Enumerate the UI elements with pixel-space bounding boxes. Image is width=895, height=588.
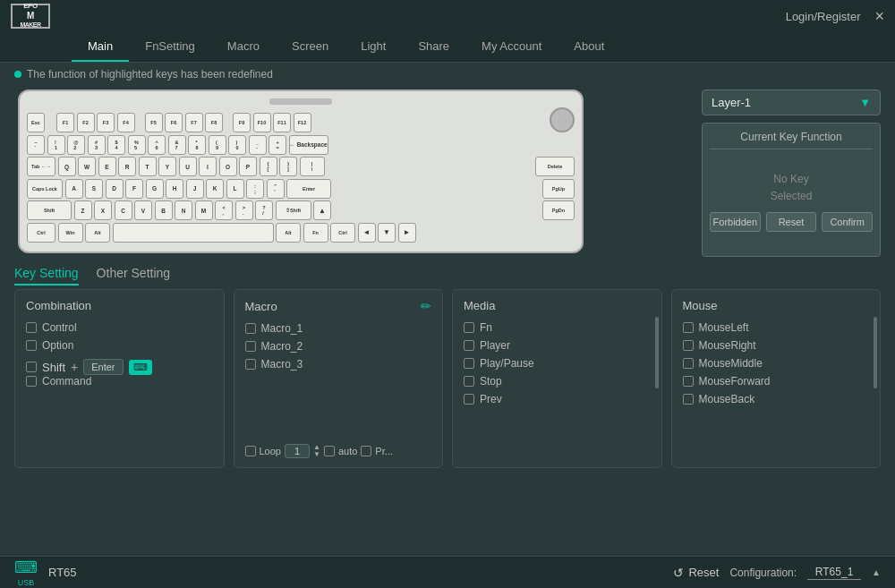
nav-item-screen[interactable]: Screen bbox=[276, 32, 345, 62]
key-x[interactable]: X bbox=[94, 200, 112, 220]
key-enter[interactable]: Enter bbox=[286, 179, 331, 199]
key-n[interactable]: N bbox=[175, 200, 192, 220]
key-9[interactable]: (9 bbox=[209, 135, 226, 155]
key-esc[interactable]: Esc bbox=[27, 113, 45, 132]
key-p[interactable]: P bbox=[239, 157, 257, 176]
key-backspace[interactable]: ← Backspace bbox=[289, 135, 328, 155]
key-d[interactable]: D bbox=[106, 179, 124, 199]
key-down[interactable]: ▼ bbox=[378, 223, 396, 243]
key-win[interactable]: Win bbox=[58, 223, 83, 243]
key-f11[interactable]: F11 bbox=[273, 113, 291, 132]
key-ctrl-left[interactable]: Ctrl bbox=[27, 223, 55, 243]
macro2-checkbox[interactable] bbox=[245, 341, 256, 352]
key-alt-right[interactable]: Alt bbox=[276, 223, 301, 243]
key-f5[interactable]: F5 bbox=[145, 113, 163, 132]
key-right[interactable]: ► bbox=[398, 223, 416, 243]
close-button[interactable]: × bbox=[874, 8, 884, 24]
key-z[interactable]: Z bbox=[74, 200, 92, 220]
key-w[interactable]: W bbox=[78, 157, 96, 176]
key-f7[interactable]: F7 bbox=[185, 113, 203, 132]
macro3-checkbox[interactable] bbox=[245, 359, 256, 370]
key-f12[interactable]: F12 bbox=[294, 113, 311, 132]
pr-checkbox[interactable] bbox=[361, 446, 371, 456]
key-j[interactable]: J bbox=[186, 179, 204, 199]
spin-down[interactable]: ▼ bbox=[313, 451, 320, 458]
media-fn-checkbox[interactable] bbox=[464, 322, 474, 333]
auto-checkbox[interactable] bbox=[324, 446, 335, 456]
macro1-checkbox[interactable] bbox=[245, 323, 256, 334]
reset-key-button[interactable]: Reset bbox=[766, 212, 817, 232]
key-2[interactable]: @2 bbox=[67, 135, 85, 155]
key-fn[interactable]: Fn bbox=[303, 223, 328, 243]
key-4[interactable]: $4 bbox=[107, 135, 125, 155]
key-tab[interactable]: Tab ←→ bbox=[27, 157, 55, 176]
key-q[interactable]: Q bbox=[58, 157, 76, 176]
media-stop-checkbox[interactable] bbox=[464, 376, 474, 387]
key-m[interactable]: M bbox=[195, 200, 213, 220]
key-f6[interactable]: F6 bbox=[165, 113, 183, 132]
key-f10[interactable]: F10 bbox=[253, 113, 271, 132]
key-f8[interactable]: F8 bbox=[205, 113, 223, 132]
nav-item-myaccount[interactable]: My Account bbox=[465, 32, 558, 62]
key-h[interactable]: H bbox=[166, 179, 183, 199]
key-space[interactable] bbox=[113, 223, 274, 243]
option-checkbox[interactable] bbox=[26, 340, 37, 351]
tab-key-setting[interactable]: Key Setting bbox=[14, 266, 79, 285]
key-b[interactable]: B bbox=[155, 200, 173, 220]
key-1[interactable]: !1 bbox=[47, 135, 65, 155]
key-5[interactable]: %5 bbox=[128, 135, 146, 155]
key-u[interactable]: U bbox=[179, 157, 197, 176]
control-checkbox[interactable] bbox=[26, 322, 37, 333]
key-backslash[interactable]: |\ bbox=[300, 157, 325, 176]
key-tilde[interactable]: ~` bbox=[27, 135, 45, 155]
key-period[interactable]: >. bbox=[235, 200, 253, 220]
nav-item-about[interactable]: About bbox=[558, 32, 620, 62]
key-k[interactable]: K bbox=[206, 179, 224, 199]
key-f1[interactable]: F1 bbox=[56, 113, 74, 132]
layer-select[interactable]: Layer-1 ▼ bbox=[702, 89, 881, 115]
key-pgdn[interactable]: PgDn bbox=[542, 200, 575, 220]
key-v[interactable]: V bbox=[134, 200, 152, 220]
mousemiddle-checkbox[interactable] bbox=[683, 358, 694, 369]
key-7[interactable]: &7 bbox=[168, 135, 186, 155]
key-left[interactable]: ◄ bbox=[358, 223, 376, 243]
loop-checkbox[interactable] bbox=[245, 446, 256, 456]
nav-item-light[interactable]: Light bbox=[345, 32, 402, 62]
key-capslock[interactable]: Caps Lock bbox=[27, 179, 63, 199]
key-t[interactable]: T bbox=[139, 157, 157, 176]
key-o[interactable]: O bbox=[219, 157, 237, 176]
media-scrollbar[interactable] bbox=[655, 317, 659, 388]
mouseback-checkbox[interactable] bbox=[683, 394, 694, 405]
key-3[interactable]: #3 bbox=[88, 135, 106, 155]
nav-item-main[interactable]: Main bbox=[72, 32, 129, 62]
key-s[interactable]: S bbox=[85, 179, 103, 199]
forbidden-button[interactable]: Forbidden bbox=[710, 212, 761, 232]
key-pgup[interactable]: PgUp bbox=[542, 179, 575, 199]
config-arrow[interactable]: ▲ bbox=[872, 567, 881, 577]
key-y[interactable]: Y bbox=[158, 157, 176, 176]
key-f4[interactable]: F4 bbox=[117, 113, 135, 132]
reset-button[interactable]: ↺ Reset bbox=[673, 566, 719, 580]
key-ctrl-right[interactable]: Ctrl bbox=[330, 223, 355, 243]
mouse-scrollbar[interactable] bbox=[874, 317, 877, 388]
key-8[interactable]: *8 bbox=[188, 135, 206, 155]
media-prev-checkbox[interactable] bbox=[464, 394, 474, 405]
key-l[interactable]: L bbox=[226, 179, 244, 199]
key-f2[interactable]: F2 bbox=[77, 113, 95, 132]
enter-key-badge[interactable]: Enter bbox=[83, 359, 123, 375]
key-shift-right[interactable]: ⇧Shift bbox=[276, 200, 311, 220]
key-slash[interactable]: ?/ bbox=[255, 200, 273, 220]
confirm-button[interactable]: Confirm bbox=[822, 212, 873, 232]
login-register-link[interactable]: Login/Register bbox=[786, 10, 861, 23]
mouseleft-checkbox[interactable] bbox=[683, 322, 694, 333]
loop-input[interactable] bbox=[285, 444, 310, 458]
key-delete[interactable]: Delete bbox=[535, 157, 575, 176]
media-player-checkbox[interactable] bbox=[464, 340, 474, 351]
key-rbracket[interactable]: }] bbox=[279, 157, 297, 176]
key-alt-left[interactable]: Alt bbox=[85, 223, 110, 243]
keyboard-icon-badge[interactable]: ⌨ bbox=[129, 360, 152, 375]
key-e[interactable]: E bbox=[98, 157, 116, 176]
media-playpause-checkbox[interactable] bbox=[464, 358, 474, 369]
key-shift-left[interactable]: Shift bbox=[27, 200, 72, 220]
nav-item-macro[interactable]: Macro bbox=[211, 32, 276, 62]
